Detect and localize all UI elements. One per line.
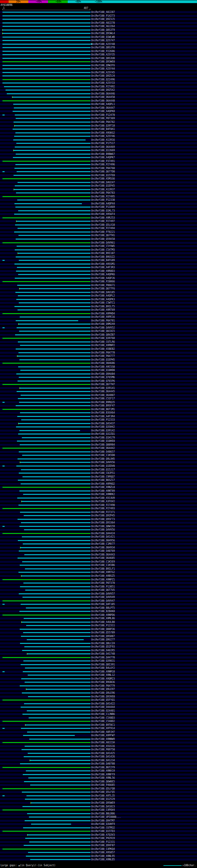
hit-bar[interactable] (17, 498, 91, 498)
hit-label[interactable]: UniRef100_P04779 (91, 685, 115, 687)
hit-label[interactable]: UniRef100_P12470 (91, 114, 115, 116)
hit-bar[interactable] (19, 331, 91, 332)
hit-bar[interactable] (2, 83, 91, 84)
hit-label[interactable]: UniRef100_Q10HE0 (91, 440, 115, 442)
hit-label[interactable]: UniRef100_A9T914 (91, 727, 115, 730)
hit-label[interactable]: UniRef100_Q765M6 (91, 376, 115, 379)
hit-bar[interactable] (20, 629, 90, 630)
hit-bar[interactable] (13, 122, 91, 123)
hit-label[interactable]: UniRef100_Q5ZF93 (91, 646, 115, 648)
hit-bar[interactable] (20, 547, 91, 548)
hit-label[interactable]: UniRef100_C1MX77 (91, 543, 115, 545)
hit-bar[interactable] (12, 111, 90, 112)
hit-bar[interactable] (22, 561, 91, 562)
hit-label[interactable]: UniRef100_Q9LE97 (91, 688, 115, 691)
hit-bar[interactable] (26, 856, 90, 857)
hit-label[interactable]: UniRef100_Q94TM7 (91, 820, 115, 822)
hit-bar[interactable] (2, 533, 91, 534)
hit-label[interactable]: UniRef100_C1K5B6 (91, 564, 115, 566)
hit-bar[interactable] (2, 58, 91, 59)
hit-label[interactable]: UniRef100_Q9M2A9 (91, 323, 115, 326)
hit-bar[interactable] (2, 767, 91, 768)
hit-label[interactable]: UniRef100_Q40788 (91, 763, 115, 765)
hit-label[interactable]: UniRef100_A9NM18 (91, 671, 115, 673)
hit-bar[interactable] (18, 380, 90, 381)
hit-label[interactable]: UniRef100_Q765P6 (91, 380, 115, 382)
hit-label[interactable]: UniRef100_P13851 (91, 586, 115, 588)
hit-bar[interactable] (25, 668, 90, 669)
hit-label[interactable]: UniRef100_A5GS16 (91, 745, 115, 748)
hit-label[interactable]: UniRef100_C5XTM3 (91, 249, 115, 251)
hit-bar[interactable] (18, 459, 90, 459)
hit-label[interactable]: UniRef100_Q12529 (91, 798, 115, 801)
hit-label[interactable]: UniRef100_Q4VV52 (91, 327, 115, 329)
hit-label[interactable]: UniRef100_Q5LFQ5 (91, 791, 115, 794)
hit-label[interactable]: UniRef100_A9NPD6 (91, 614, 115, 616)
hit-label[interactable]: UniRef100_A8PJH7 (91, 731, 115, 734)
hit-label[interactable]: UniRef100_B9I107 (91, 252, 115, 255)
hit-label[interactable]: UniRef100_O04686 (91, 362, 115, 365)
hit-bar[interactable] (22, 650, 91, 651)
hit-bar[interactable] (2, 313, 91, 314)
hit-bar[interactable] (20, 491, 91, 491)
hit-label[interactable]: UniRef100_Q4VV5U (91, 529, 115, 531)
hit-label[interactable]: UniRef100_A9PE16 (91, 316, 115, 318)
hit-label[interactable]: UniRef100_O04956 (91, 539, 115, 542)
hit-label[interactable]: UniRef100_B0LB06 (91, 813, 115, 815)
hit-label[interactable]: UniRef100_B3GV64 (91, 412, 115, 414)
hit-label[interactable]: UniRef100_Q1EP45 (91, 185, 115, 187)
hit-bar[interactable] (16, 256, 91, 257)
hit-bar[interactable] (16, 143, 90, 144)
hit-label[interactable]: UniRef100_O41748 (91, 653, 115, 655)
hit-bar[interactable] (2, 579, 91, 580)
hit-label[interactable]: UniRef100_Q15TE0 (91, 174, 115, 177)
hit-bar[interactable] (2, 40, 91, 41)
hit-label[interactable]: UniRef100_C8JP51 (91, 472, 115, 474)
hit-label[interactable]: UniRef100_A9GKG2 (91, 132, 115, 134)
hit-label[interactable]: UniRef100_B8LPT5 (91, 607, 115, 609)
hit-bar[interactable] (16, 118, 90, 119)
hit-bar[interactable] (15, 115, 90, 116)
hit-label[interactable]: UniRef100_P12333 (91, 419, 115, 421)
hit-bar[interactable] (22, 692, 91, 693)
hit-label[interactable]: UniRef100_A3F6V2 (91, 500, 115, 503)
hit-label[interactable]: UniRef100_A2SY44 (91, 68, 115, 70)
hit-label[interactable]: UniRef100_P04781 (91, 320, 115, 322)
hit-label[interactable]: UniRef100_Q1WLW0 (91, 36, 115, 38)
hit-label[interactable]: UniRef100_O48657 (91, 451, 115, 453)
hit-label[interactable]: UniRef100_Q9Z5X2 (91, 89, 115, 91)
hit-bar[interactable] (20, 611, 91, 612)
hit-label[interactable]: UniRef100_A5C4U9 (91, 497, 115, 499)
hit-bar[interactable] (2, 72, 91, 73)
hit-bar[interactable] (19, 377, 90, 378)
hit-bar[interactable] (13, 150, 90, 151)
hit-bar[interactable] (2, 809, 91, 810)
hit-label[interactable]: UniRef100_C1K5D0 (91, 454, 115, 457)
hit-label[interactable]: UniRef100_Q5LX10 (91, 224, 115, 226)
hit-label[interactable]: UniRef100_Q39768 (91, 337, 115, 340)
hit-label[interactable]: UniRef100_Q4F105 (91, 603, 115, 606)
hit-label[interactable]: UniRef100_C5WTC1 (91, 302, 115, 304)
hit-label[interactable]: UniRef100_P07369 (91, 117, 115, 120)
hit-bar[interactable] (25, 820, 90, 821)
hit-bar[interactable] (2, 508, 91, 509)
hit-label[interactable]: UniRef100_A9ML86 (91, 617, 115, 620)
hit-bar[interactable] (27, 732, 90, 733)
hit-bar[interactable] (27, 710, 91, 711)
hit-bar[interactable] (2, 848, 91, 849)
hit-bar[interactable] (15, 132, 90, 133)
hit-label[interactable]: UniRef100_C1JNB6 (91, 713, 115, 716)
hit-bar[interactable] (24, 529, 91, 530)
hit-label[interactable]: UniRef100_A9NNW9 (91, 738, 115, 741)
hit-bar[interactable] (18, 253, 91, 254)
hit-bar[interactable] (2, 61, 91, 62)
hit-label[interactable]: UniRef100_Q00984 (91, 444, 115, 446)
hit-label[interactable]: UniRef100_Q8I391 (91, 663, 115, 666)
hit-bar[interactable] (14, 264, 91, 265)
hit-bar[interactable] (22, 501, 91, 502)
hit-bar[interactable] (2, 831, 91, 832)
hit-bar[interactable] (16, 192, 91, 193)
hit-label[interactable]: UniRef100_P12331 (91, 841, 115, 843)
hit-bar[interactable] (18, 228, 91, 229)
hit-bar[interactable] (20, 359, 91, 360)
